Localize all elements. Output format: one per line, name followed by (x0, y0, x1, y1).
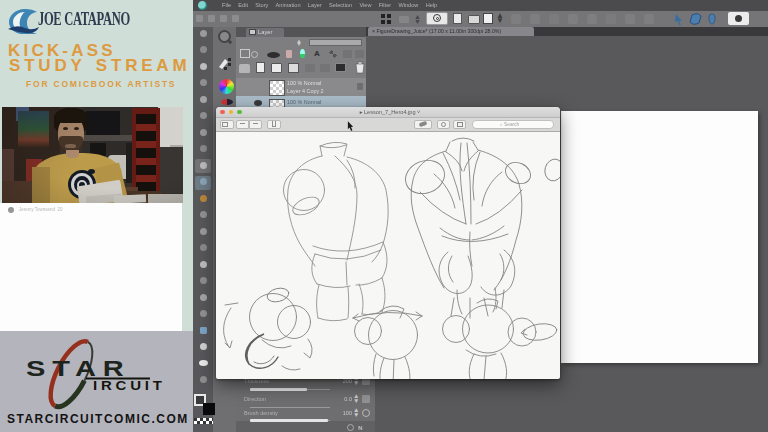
svg-text:IRCUIT: IRCUIT (93, 378, 166, 393)
